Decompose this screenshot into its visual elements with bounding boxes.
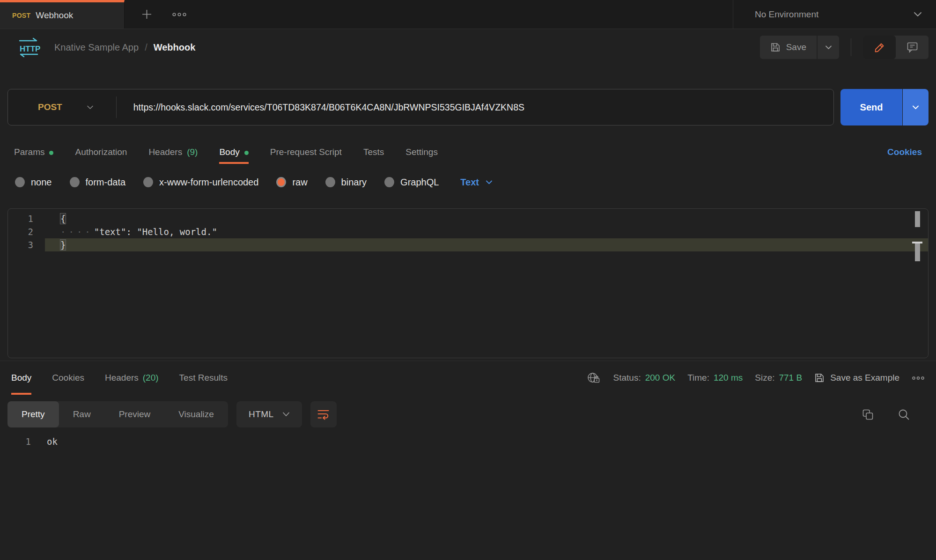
tab-method-label: POST <box>12 12 30 19</box>
documentation-icon <box>907 42 918 53</box>
modified-dot <box>49 151 53 155</box>
send-button[interactable]: Send <box>840 89 902 125</box>
view-label: Raw <box>73 409 91 420</box>
tab-authorization[interactable]: Authorization <box>75 140 127 164</box>
tab-body[interactable]: Body <box>219 140 248 164</box>
tab-label: Settings <box>405 147 438 157</box>
code-text: "text": "Hello, world." <box>94 227 217 237</box>
request-tab[interactable]: POST Webhook <box>0 0 125 29</box>
tab-tests[interactable]: Tests <box>363 140 384 164</box>
body-type-none[interactable]: none <box>15 177 52 188</box>
breadcrumb-collection[interactable]: Knative Sample App <box>54 42 139 53</box>
documentation-button[interactable] <box>896 36 929 59</box>
request-body-editor[interactable]: 1 { 2 ····"text": "Hello, world." 3 } <box>7 208 929 358</box>
environment-selector[interactable]: No Environment <box>733 0 936 29</box>
save-button[interactable]: Save <box>760 36 817 59</box>
copy-response-button[interactable] <box>862 408 874 421</box>
line-number: 3 <box>8 238 33 251</box>
view-preview[interactable]: Preview <box>105 401 165 427</box>
new-tab-button[interactable] <box>140 8 153 21</box>
raw-language-label: Text <box>460 177 479 188</box>
radio-selected-icon <box>276 177 286 187</box>
tab-label: Pre-request Script <box>270 147 342 157</box>
body-type-raw[interactable]: raw <box>276 177 307 188</box>
tab-pre-request-script[interactable]: Pre-request Script <box>270 140 342 164</box>
overview-ruler-mark <box>915 243 920 261</box>
view-raw[interactable]: Raw <box>59 401 105 427</box>
body-type-graphql[interactable]: GraphQL <box>384 177 439 188</box>
response-tab-test-results[interactable]: Test Results <box>179 361 228 395</box>
tab-label: Headers <box>148 147 182 157</box>
response-options-button[interactable] <box>912 376 925 380</box>
overview-ruler-mark <box>915 211 920 227</box>
tab-options-button[interactable] <box>172 12 187 17</box>
body-type-label: raw <box>292 177 307 188</box>
wrap-text-button[interactable] <box>310 401 337 427</box>
body-type-x-www-form-urlencoded[interactable]: x-www-form-urlencoded <box>143 177 258 188</box>
line-number: 2 <box>8 225 33 238</box>
chevron-down-icon <box>87 105 94 110</box>
search-response-button[interactable] <box>898 408 910 421</box>
tab-title: Webhook <box>36 10 73 21</box>
body-type-form-data[interactable]: form-data <box>70 177 126 188</box>
body-type-binary[interactable]: binary <box>325 177 367 188</box>
response-body-viewer[interactable]: 1 ok <box>0 435 936 449</box>
tab-settings[interactable]: Settings <box>405 140 438 164</box>
save-button-label: Save <box>786 42 806 52</box>
response-view-switcher: Pretty Raw Preview Visualize <box>7 401 228 427</box>
response-tab-cookies[interactable]: Cookies <box>52 361 84 395</box>
wrap-text-icon <box>317 409 330 420</box>
response-header: Body Cookies Headers (20) Test Results S… <box>0 361 936 395</box>
tab-label: Cookies <box>52 373 84 383</box>
view-label: Pretty <box>22 409 45 420</box>
radio-icon <box>325 177 335 187</box>
chevron-down-icon <box>825 45 832 50</box>
http-badge-icon: HTTP <box>16 37 41 58</box>
chevron-down-icon <box>914 12 922 17</box>
save-as-example-label: Save as Example <box>830 373 899 383</box>
tab-headers[interactable]: Headers (9) <box>148 140 198 164</box>
tab-bar: POST Webhook No Environment <box>0 0 936 29</box>
edit-request-button[interactable] <box>863 36 896 59</box>
radio-icon <box>143 177 153 187</box>
status-value: 200 OK <box>645 373 675 383</box>
view-label: Visualize <box>178 409 214 420</box>
body-type-label: GraphQL <box>400 177 439 188</box>
close-brace: } <box>60 240 66 250</box>
breadcrumb-request-name[interactable]: Webhook <box>154 42 196 53</box>
save-icon <box>814 373 825 383</box>
plus-icon <box>140 8 153 21</box>
response-line-number: 1 <box>0 435 31 449</box>
send-options-button[interactable] <box>903 89 929 125</box>
url-input[interactable]: https://hooks.slack.com/services/T06TD83… <box>117 102 524 113</box>
tab-label: Headers <box>105 373 139 383</box>
modified-dot <box>244 151 249 155</box>
body-type-label: x-www-form-urlencoded <box>159 177 258 188</box>
size-value: 771 B <box>779 373 802 383</box>
view-pretty[interactable]: Pretty <box>7 401 59 427</box>
cookies-link[interactable]: Cookies <box>887 147 922 157</box>
status-label: Status: <box>613 373 641 383</box>
divider <box>851 38 851 56</box>
editor-line: 1 { <box>8 212 928 225</box>
method-selector[interactable]: POST <box>8 102 94 112</box>
chevron-down-icon <box>486 180 493 184</box>
tab-label: Test Results <box>179 373 228 383</box>
view-visualize[interactable]: Visualize <box>164 401 228 427</box>
tab-label: Params <box>14 147 44 157</box>
globe-lock-icon[interactable] <box>587 372 601 384</box>
response-tab-body[interactable]: Body <box>11 361 31 395</box>
save-icon <box>770 42 781 52</box>
response-format-selector[interactable]: HTML <box>236 401 302 427</box>
url-field: POST https://hooks.slack.com/services/T0… <box>7 89 834 125</box>
save-as-example-button[interactable]: Save as Example <box>814 373 899 383</box>
body-type-label: form-data <box>86 177 126 188</box>
response-tab-headers[interactable]: Headers (20) <box>105 361 159 395</box>
tab-params[interactable]: Params <box>14 140 53 164</box>
radio-icon <box>384 177 394 187</box>
save-options-button[interactable] <box>818 36 839 59</box>
size-label: Size: <box>755 373 774 383</box>
open-brace: { <box>60 214 66 224</box>
raw-language-selector[interactable]: Text <box>460 177 493 188</box>
more-options-icon <box>912 376 925 380</box>
